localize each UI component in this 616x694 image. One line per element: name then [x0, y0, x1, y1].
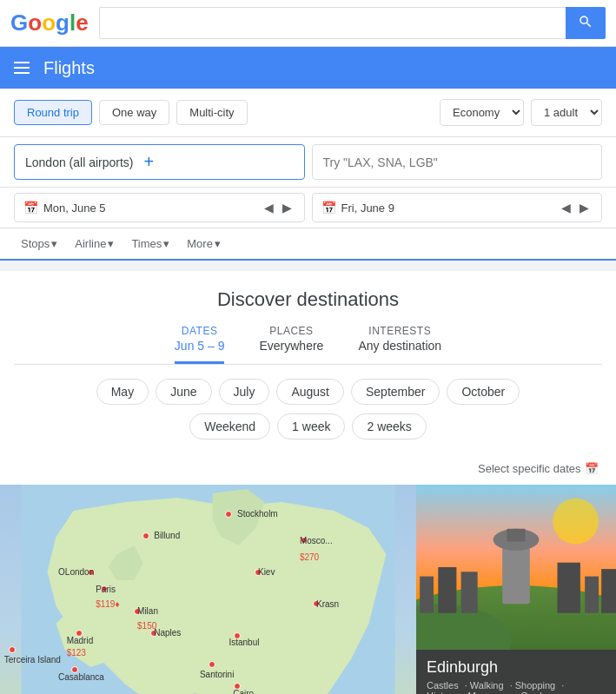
tab-interests[interactable]: INTERESTS Any destination — [358, 325, 441, 364]
return-next-button[interactable]: ▶ — [576, 199, 593, 216]
svg-rect-8 — [438, 567, 456, 613]
map-label-moscow: Mosco... — [300, 536, 333, 545]
departure-date-nav: ◀ ▶ — [261, 199, 295, 216]
discover-tabs: DATES Jun 5 – 9 PLACES Everywhere INTERE… — [14, 325, 602, 364]
nav-title: Flights — [43, 58, 95, 78]
map-label-naples: Naples — [154, 628, 181, 638]
tab-interests-label: INTERESTS — [358, 325, 441, 337]
discover-section: Discover destinations DATES Jun 5 – 9 PL… — [0, 271, 616, 457]
departure-next-button[interactable]: ▶ — [279, 199, 295, 216]
tab-interests-value: Any destination — [358, 339, 441, 353]
departure-date-field[interactable]: 📅 Mon, June 5 ◀ ▶ — [14, 193, 305, 222]
map-label-madrid: Madrid — [67, 636, 94, 645]
edinburgh-image — [416, 485, 616, 650]
edinburgh-info: Edinburgh Castles · Walking · Shopping ·… — [416, 650, 616, 694]
map-label-santorini: Santorini — [200, 670, 234, 679]
map-price-moscow: $270 — [300, 552, 319, 562]
pill-weekend[interactable]: Weekend — [189, 413, 270, 440]
passengers-select[interactable]: 1 adult — [531, 99, 602, 126]
map-dot-billund — [142, 532, 149, 539]
map-label-casablanca: Casablanca — [58, 672, 104, 682]
nav-bar: Flights — [0, 47, 616, 89]
origin-value: London (all airports) — [25, 155, 134, 169]
svg-rect-9 — [461, 572, 478, 613]
map-svg — [0, 485, 416, 694]
input-row: London (all airports) + — [0, 137, 616, 188]
hamburger-menu[interactable] — [14, 62, 30, 74]
search-input[interactable] — [99, 7, 566, 39]
round-trip-button[interactable]: Round trip — [14, 100, 92, 125]
search-bar — [99, 7, 606, 39]
tab-dates-label: DATES — [175, 325, 225, 337]
svg-rect-11 — [585, 577, 599, 613]
edinburgh-card[interactable]: Edinburgh Castles · Walking · Shopping ·… — [416, 485, 616, 694]
return-date-field[interactable]: 📅 Fri, June 9 ◀ ▶ — [312, 193, 603, 222]
svg-rect-10 — [558, 563, 580, 613]
map-label-krasn: Krasn — [316, 599, 339, 609]
return-cal-icon: 📅 — [321, 201, 336, 215]
svg-rect-6 — [507, 529, 525, 542]
svg-rect-7 — [420, 577, 434, 613]
cabin-select[interactable]: Economy — [440, 99, 524, 126]
add-origin-button[interactable]: + — [139, 152, 160, 172]
return-date: Fri, June 9 — [341, 202, 394, 215]
map-container[interactable]: Stockholm Billund Mosco... $270 OLondon … — [0, 485, 416, 694]
map-price-madrid: $123 — [67, 648, 86, 658]
map-dot-terceira — [9, 646, 16, 653]
svg-rect-12 — [601, 569, 616, 613]
map-background: Stockholm Billund Mosco... $270 OLondon … — [0, 485, 416, 694]
pill-1week[interactable]: 1 week — [277, 413, 345, 440]
map-label-istanbul: Istanbul — [229, 638, 259, 647]
map-label-paris: Paris — [96, 585, 116, 594]
map-dot-stockholm — [225, 511, 232, 518]
search-icon — [578, 14, 593, 30]
svg-point-13 — [553, 499, 599, 545]
tab-places-value: Everywhere — [259, 339, 323, 353]
trip-options: Round trip One way Multi-city Economy 1 … — [0, 89, 616, 137]
more-filter[interactable]: More ▾ — [180, 234, 228, 254]
tab-places[interactable]: PLACES Everywhere — [259, 325, 323, 364]
pill-2weeks[interactable]: 2 weeks — [352, 413, 426, 440]
times-filter[interactable]: Times ▾ — [124, 234, 176, 254]
map-dot-santorini — [209, 661, 215, 668]
map-price-paris: $119♦ — [96, 599, 119, 609]
map-label-terceira: Terceira Island — [4, 655, 61, 664]
edinburgh-svg — [416, 485, 616, 650]
map-label-milan: Milan — [137, 606, 158, 616]
origin-field[interactable]: London (all airports) + — [14, 144, 305, 180]
date-row: 📅 Mon, June 5 ◀ ▶ 📅 Fri, June 9 ◀ ▶ — [0, 188, 616, 228]
specific-dates-label[interactable]: Select specific dates — [478, 462, 581, 475]
destination-input[interactable] — [312, 144, 603, 180]
map-label-billund: Billund — [154, 531, 180, 540]
tab-dates[interactable]: DATES Jun 5 – 9 — [175, 325, 225, 364]
pill-june[interactable]: June — [156, 379, 211, 405]
departure-prev-button[interactable]: ◀ — [261, 199, 277, 216]
return-date-nav: ◀ ▶ — [558, 199, 593, 216]
edinburgh-tags: Castles · Walking · Shopping · History ·… — [427, 680, 606, 694]
pill-october[interactable]: October — [447, 379, 520, 405]
month-pills: May June July August September October — [14, 379, 602, 405]
airline-filter[interactable]: Airline ▾ — [68, 234, 121, 254]
map-card-row: Stockholm Billund Mosco... $270 OLondon … — [0, 485, 616, 694]
multi-city-button[interactable]: Multi-city — [176, 100, 247, 125]
map-label-kiev: Kiev — [258, 567, 275, 577]
pill-september[interactable]: September — [351, 379, 440, 405]
google-logo: Google — [10, 10, 89, 36]
pill-july[interactable]: July — [219, 379, 270, 405]
edinburgh-name: Edinburgh — [427, 658, 606, 677]
top-bar: Google — [0, 0, 616, 47]
search-button[interactable] — [566, 7, 606, 39]
tab-places-label: PLACES — [259, 325, 323, 337]
pill-may[interactable]: May — [96, 379, 149, 405]
pill-august[interactable]: August — [276, 379, 344, 405]
one-way-button[interactable]: One way — [99, 100, 169, 125]
discover-title: Discover destinations — [14, 288, 602, 311]
map-label-stockholm: Stockholm — [237, 509, 278, 519]
tab-dates-value: Jun 5 – 9 — [175, 339, 225, 353]
map-label-london: OLondon — [58, 567, 94, 577]
duration-pills: Weekend 1 week 2 weeks — [14, 413, 602, 440]
return-prev-button[interactable]: ◀ — [558, 199, 574, 216]
departure-cal-icon: 📅 — [23, 201, 38, 215]
stops-filter[interactable]: Stops ▾ — [14, 234, 64, 254]
map-label-cairo: Cairo — [233, 689, 254, 694]
